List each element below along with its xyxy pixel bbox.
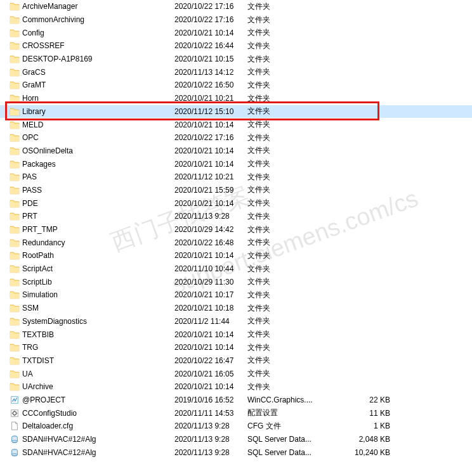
file-date: 2020/10/22 16:47 bbox=[174, 356, 247, 365]
file-name: Deltaloader.cfg bbox=[22, 421, 174, 430]
file-type: 文件夹 bbox=[247, 80, 336, 91]
file-name: SDAN#HVAC#12#Alg bbox=[22, 448, 174, 457]
file-date: 2020/10/21 10:14 bbox=[174, 343, 247, 352]
file-date: 2020/10/21 10:18 bbox=[174, 304, 247, 312]
folder-icon bbox=[10, 238, 22, 247]
file-date: 2020/10/21 15:59 bbox=[174, 186, 247, 195]
folder-icon bbox=[10, 120, 22, 129]
folder-icon bbox=[10, 343, 22, 352]
file-date: 2020/11/13 9:28 bbox=[174, 212, 247, 221]
file-row[interactable]: UA2020/10/21 16:05文件夹 bbox=[0, 367, 472, 380]
file-row[interactable]: SDAN#HVAC#12#Alg2020/11/13 9:28SQL Serve… bbox=[0, 433, 472, 446]
file-date: 2020/10/21 10:14 bbox=[174, 120, 247, 129]
file-row[interactable]: SDAN#HVAC#12#Alg2020/11/13 9:28SQL Serve… bbox=[0, 446, 472, 459]
file-row[interactable]: PRT2020/11/13 9:28文件夹 bbox=[0, 210, 472, 223]
file-row[interactable]: CROSSREF2020/10/22 16:44文件夹 bbox=[0, 39, 472, 53]
file-row[interactable]: DESKTOP-A1P81692020/10/21 10:15文件夹 bbox=[0, 53, 472, 66]
db-icon bbox=[10, 435, 22, 444]
file-date: 2020/10/21 10:17 bbox=[174, 290, 247, 299]
file-row[interactable]: Packages2020/10/21 10:14文件夹 bbox=[0, 157, 472, 170]
file-name: SDAN#HVAC#12#Alg bbox=[22, 435, 174, 444]
file-list: ArchiveManager2020/10/22 17:16文件夹CommonA… bbox=[0, 0, 472, 459]
folder-icon bbox=[10, 55, 22, 63]
file-date: 2020/11/13 14:12 bbox=[174, 68, 247, 77]
file-row[interactable]: ScriptLib2020/10/29 11:30文件夹 bbox=[0, 275, 472, 288]
file-name: Redundancy bbox=[22, 238, 174, 247]
folder-icon bbox=[10, 290, 22, 299]
file-name: MELD bbox=[22, 120, 174, 129]
file-type: 文件夹 bbox=[247, 368, 336, 379]
file-row[interactable]: Deltaloader.cfg2020/11/13 9:28CFG 文件1 KB bbox=[0, 420, 472, 433]
folder-icon bbox=[10, 160, 22, 169]
folder-icon bbox=[10, 370, 22, 378]
file-size: 10,240 KB bbox=[336, 448, 390, 457]
file-row[interactable]: UArchive2020/10/21 10:14文件夹 bbox=[0, 380, 472, 394]
folder-icon bbox=[10, 212, 22, 221]
file-row[interactable]: TRG2020/10/21 10:14文件夹 bbox=[0, 341, 472, 354]
file-row[interactable]: GraCS2020/11/13 14:12文件夹 bbox=[0, 65, 472, 79]
file-name: TEXTBIB bbox=[22, 330, 174, 339]
file-row[interactable]: Library2020/11/12 15:10文件夹 bbox=[0, 105, 472, 119]
file-type: 文件夹 bbox=[247, 119, 336, 130]
file-row[interactable]: SSM2020/10/21 10:18文件夹 bbox=[0, 302, 472, 315]
file-row[interactable]: OPC2020/10/22 17:16文件夹 bbox=[0, 131, 472, 145]
file-date: 2020/10/22 16:44 bbox=[174, 41, 247, 50]
folder-icon bbox=[10, 41, 22, 50]
file-row[interactable]: CommonArchiving2020/10/22 17:16文件夹 bbox=[0, 13, 472, 27]
file-date: 2020/11/13 9:28 bbox=[174, 421, 247, 430]
file-row[interactable]: Redundancy2020/10/22 16:48文件夹 bbox=[0, 236, 472, 249]
file-name: Packages bbox=[22, 160, 174, 169]
file-row[interactable]: Config2020/10/21 10:14文件夹 bbox=[0, 26, 472, 39]
file-date: 2020/10/21 10:14 bbox=[174, 382, 247, 391]
file-row[interactable]: MELD2020/10/21 10:14文件夹 bbox=[0, 118, 472, 131]
file-date: 2020/10/21 10:14 bbox=[174, 146, 247, 155]
folder-icon bbox=[10, 186, 22, 195]
file-date: 2020/10/22 17:16 bbox=[174, 133, 247, 142]
file-type: 文件夹 bbox=[247, 184, 336, 195]
file-type: 文件夹 bbox=[247, 355, 336, 366]
folder-icon bbox=[10, 15, 22, 24]
file-row[interactable]: TXTDIST2020/10/22 16:47文件夹 bbox=[0, 354, 472, 368]
file-type: 文件夹 bbox=[247, 41, 336, 51]
file-name: UArchive bbox=[22, 382, 174, 391]
file-type: 文件夹 bbox=[247, 172, 336, 183]
file-date: 2020/10/29 14:42 bbox=[174, 225, 247, 234]
file-name: PRT_TMP bbox=[22, 225, 174, 234]
folder-icon bbox=[10, 172, 22, 181]
file-date: 2020/10/21 16:05 bbox=[174, 370, 247, 378]
file-row[interactable]: PDE2020/10/21 10:14文件夹 bbox=[0, 196, 472, 210]
file-row[interactable]: Horn2020/10/21 10:21文件夹 bbox=[0, 92, 472, 105]
folder-icon bbox=[10, 133, 22, 142]
file-row[interactable]: GraMT2020/10/22 16:50文件夹 bbox=[0, 79, 472, 92]
file-row[interactable]: PASS2020/10/21 15:59文件夹 bbox=[0, 184, 472, 197]
file-name: GraMT bbox=[22, 80, 174, 89]
file-date: 2020/10/22 16:50 bbox=[174, 80, 247, 89]
file-size: 11 KB bbox=[336, 409, 390, 418]
file-row[interactable]: TEXTBIB2020/10/21 10:14文件夹 bbox=[0, 328, 472, 341]
file-row[interactable]: SystemDiagnostics2020/11/2 11:44文件夹 bbox=[0, 315, 472, 328]
file-row[interactable]: RootPath2020/10/21 10:14文件夹 bbox=[0, 249, 472, 262]
file-row[interactable]: OSOnlineDelta2020/10/21 10:14文件夹 bbox=[0, 145, 472, 158]
file-date: 2019/10/16 16:52 bbox=[174, 396, 247, 404]
file-row[interactable]: Simulation2020/10/21 10:17文件夹 bbox=[0, 288, 472, 302]
file-date: 2020/10/21 10:14 bbox=[174, 160, 247, 169]
file-date: 2020/10/22 16:48 bbox=[174, 238, 247, 247]
file-date: 2020/10/21 10:14 bbox=[174, 330, 247, 339]
file-name: OSOnlineDelta bbox=[22, 146, 174, 155]
file-row[interactable]: ArchiveManager2020/10/22 17:16文件夹 bbox=[0, 0, 472, 13]
file-date: 2020/11/12 10:21 bbox=[174, 172, 247, 181]
file-name: TXTDIST bbox=[22, 356, 174, 365]
db-icon bbox=[10, 448, 22, 457]
file-type: CFG 文件 bbox=[247, 421, 336, 432]
file-row[interactable]: PRT_TMP2020/10/29 14:42文件夹 bbox=[0, 223, 472, 236]
file-date: 2020/11/12 15:10 bbox=[174, 107, 247, 116]
file-name: ScriptAct bbox=[22, 264, 174, 273]
file-row[interactable]: CCConfigStudio2020/11/11 14:53配置设置11 KB bbox=[0, 406, 472, 420]
file-row[interactable]: PAS2020/11/12 10:21文件夹 bbox=[0, 170, 472, 184]
file-name: OPC bbox=[22, 133, 174, 142]
folder-icon bbox=[10, 107, 22, 116]
file-row[interactable]: ScriptAct2020/11/10 10:44文件夹 bbox=[0, 262, 472, 276]
file-name: RootPath bbox=[22, 251, 174, 260]
folder-icon bbox=[10, 330, 22, 339]
file-row[interactable]: @PROJECT2019/10/16 16:52WinCC.Graphics..… bbox=[0, 394, 472, 407]
